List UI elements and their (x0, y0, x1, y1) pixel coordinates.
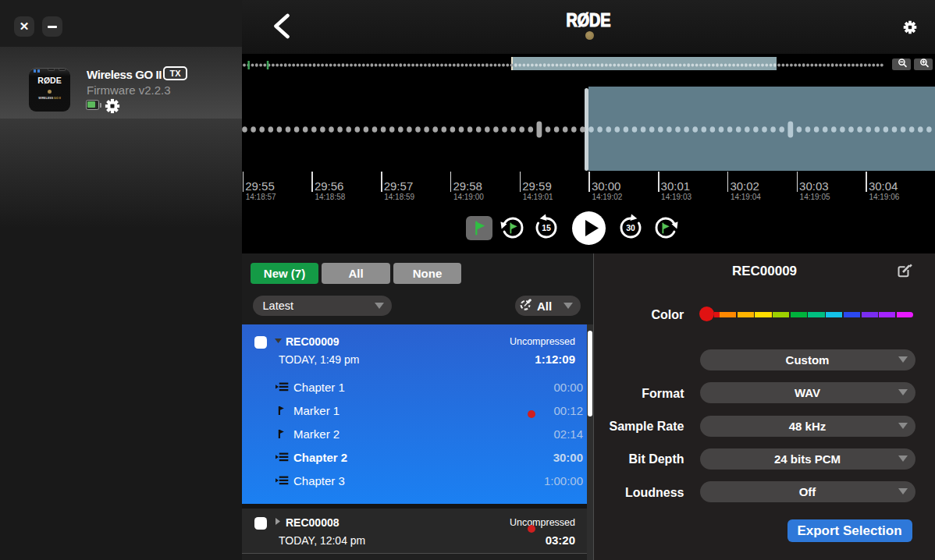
svg-text:15: 15 (542, 223, 551, 232)
svg-text:30: 30 (626, 223, 635, 232)
